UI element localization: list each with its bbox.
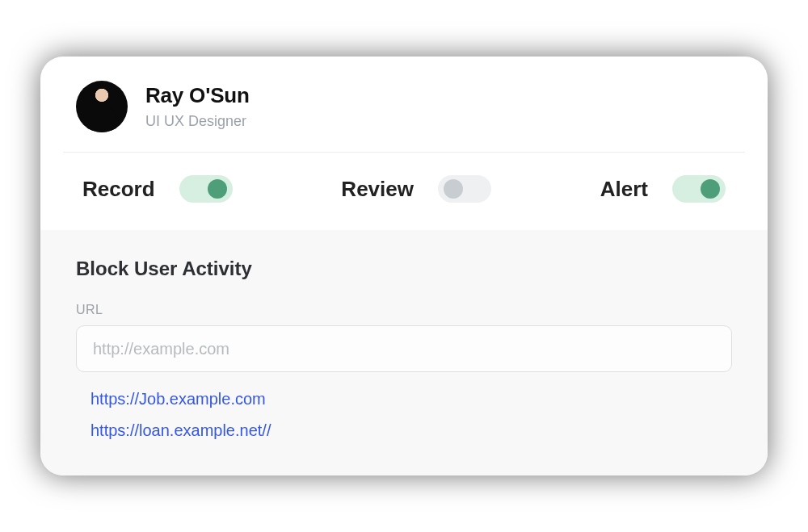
url-input[interactable] — [76, 325, 732, 372]
toggle-knob — [701, 179, 720, 199]
alert-label: Alert — [600, 177, 648, 202]
blocked-url-link[interactable]: https://Job.example.com — [90, 390, 266, 408]
avatar — [76, 81, 128, 132]
toggle-group-review: Review — [341, 175, 491, 203]
alert-toggle[interactable] — [672, 175, 726, 203]
user-name: Ray O'Sun — [145, 83, 250, 108]
record-toggle[interactable] — [179, 175, 233, 203]
profile-header: Ray O'Sun UI UX Designer — [40, 57, 768, 152]
review-label: Review — [341, 177, 414, 202]
block-user-activity-section: Block User Activity URL https://Job.exam… — [40, 230, 768, 475]
toggle-group-alert: Alert — [600, 175, 726, 203]
user-role: UI UX Designer — [145, 113, 250, 130]
toggle-group-record: Record — [82, 175, 233, 203]
url-field-label: URL — [76, 303, 732, 317]
toggle-row: Record Review Alert — [40, 153, 768, 230]
blocked-url-link[interactable]: https://loan.example.net// — [90, 421, 271, 440]
blocked-url-list: https://Job.example.com https://loan.exa… — [76, 390, 732, 440]
user-card: Ray O'Sun UI UX Designer Record Review A… — [40, 57, 768, 475]
toggle-knob — [444, 179, 463, 199]
review-toggle[interactable] — [438, 175, 491, 203]
toggle-knob — [208, 179, 227, 199]
section-title: Block User Activity — [76, 258, 732, 280]
profile-text: Ray O'Sun UI UX Designer — [145, 83, 250, 130]
record-label: Record — [82, 177, 155, 202]
